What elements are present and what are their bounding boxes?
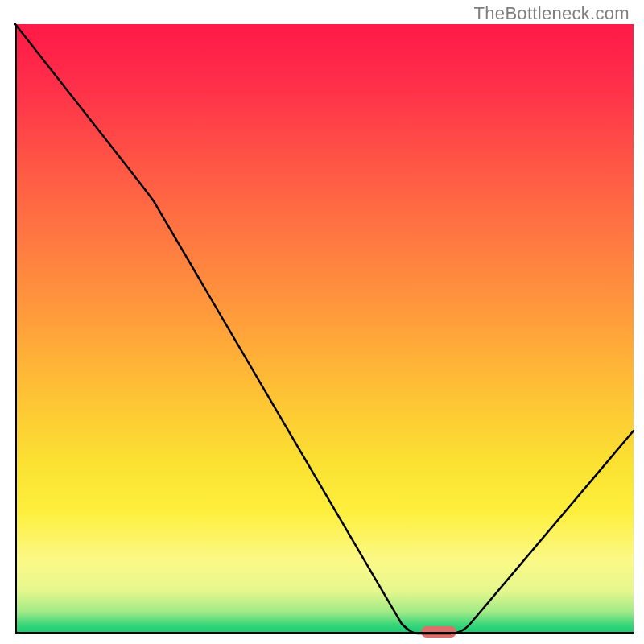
bottleneck-curve — [15, 24, 634, 634]
watermark-text: TheBottleneck.com — [474, 3, 630, 24]
chart-container: TheBottleneck.com — [0, 0, 644, 644]
plot-area — [15, 24, 634, 634]
